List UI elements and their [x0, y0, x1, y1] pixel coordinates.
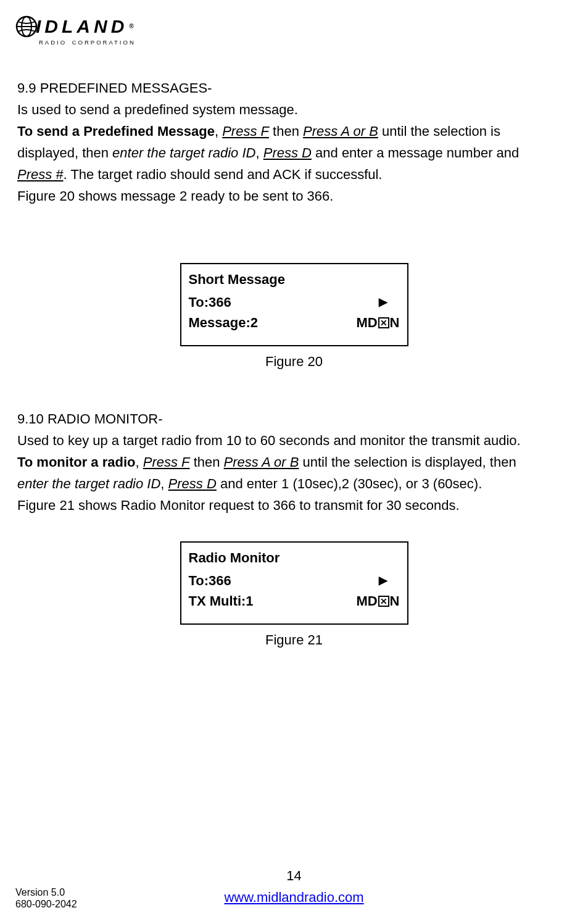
section-99-heading: 9.9 PREDEFINED MESSAGES-: [17, 78, 571, 98]
n-text: N: [390, 591, 400, 611]
brand-logo: IDLAND ® RADIO CORPORATION: [15, 12, 573, 47]
doc-number: 680-090-2042: [15, 898, 77, 910]
registered-mark: ®: [129, 22, 137, 31]
s99-line4: Press #. The target radio should send an…: [17, 164, 571, 185]
s99-line2: To send a Predefined Message, Press F th…: [17, 121, 571, 141]
main-content: 9.9 PREDEFINED MESSAGES- Is used to send…: [15, 78, 573, 650]
display-mdxn: MD✕N: [356, 312, 399, 333]
s99-line1: Is used to send a predefined system mess…: [17, 99, 571, 120]
display-to: To:366: [189, 292, 231, 312]
s910-line2: To monitor a radio, Press F then Press A…: [17, 452, 571, 472]
s910-line1: Used to key up a target radio from 10 to…: [17, 430, 571, 451]
text: ,: [255, 145, 263, 160]
display-row: Message:2 MD✕N: [189, 312, 400, 333]
globe-icon: [15, 15, 38, 38]
display-row: To:366 ▶: [189, 292, 400, 312]
text: . The target radio should send and ACK i…: [64, 167, 383, 182]
logo-main: IDLAND ® RADIO CORPORATION: [15, 12, 138, 47]
x-box-icon: ✕: [378, 317, 389, 328]
logo-brand-text: IDLAND: [36, 12, 128, 40]
text: and enter 1 (10sec),2 (30sec), or 3 (60s…: [217, 476, 482, 491]
text: and enter a message number and: [312, 145, 519, 160]
x-box-icon: ✕: [378, 596, 389, 607]
play-icon: ▶: [379, 294, 387, 310]
text: ,: [135, 454, 143, 470]
version-text: Version 5.0: [15, 886, 77, 898]
display-title: Radio Monitor: [189, 548, 400, 568]
text: ,: [160, 476, 168, 491]
display-to: To:366: [189, 570, 231, 591]
play-icon: ▶: [379, 572, 387, 589]
display-row: TX Multi:1 MD✕N: [189, 591, 400, 611]
text: To send a Predefined Message: [17, 123, 215, 139]
text: until the selection is: [378, 123, 500, 139]
display-radio-monitor: Radio Monitor To:366 ▶ TX Multi:1 MD✕N: [180, 541, 408, 625]
display-short-message: Short Message To:366 ▶ Message:2 MD✕N: [180, 263, 408, 346]
n-text: N: [390, 312, 400, 333]
text: Press D: [168, 476, 217, 491]
figure-21-caption: Figure 21: [17, 630, 571, 650]
s910-line4: Figure 21 shows Radio Monitor request to…: [17, 495, 571, 515]
s99-line5: Figure 20 shows message 2 ready to be se…: [17, 186, 571, 206]
text: until the selection is displayed, then: [299, 454, 516, 470]
s99-line3: displayed, then enter the target radio I…: [17, 143, 571, 163]
text: enter the target radio ID: [17, 476, 160, 491]
md-text: MD: [356, 312, 377, 333]
website-link[interactable]: www.midlandradio.com: [224, 890, 363, 905]
version-block: Version 5.0 680-090-2042: [15, 886, 77, 910]
text: Press A or B: [303, 123, 378, 139]
page-number: 14: [0, 865, 588, 886]
text: Press F: [222, 123, 269, 139]
text: then: [190, 454, 224, 470]
text: Press F: [143, 454, 190, 470]
text: enter the target radio ID: [112, 145, 255, 160]
figure-20-caption: Figure 20: [17, 351, 571, 372]
section-910-heading: 9.10 RADIO MONITOR-: [17, 409, 571, 429]
display-row: To:366 ▶: [189, 570, 400, 591]
page-footer: 14 www.midlandradio.com: [0, 865, 588, 907]
text: Press #: [17, 167, 64, 182]
md-text: MD: [356, 591, 377, 611]
text: Press D: [263, 145, 312, 160]
display-mdxn: MD✕N: [356, 591, 399, 611]
text: To monitor a radio: [17, 454, 135, 470]
s910-line3: enter the target radio ID, Press D and e…: [17, 473, 571, 494]
logo-subtitle: RADIO CORPORATION: [39, 38, 138, 47]
text: displayed, then: [17, 145, 112, 160]
text: then: [269, 123, 303, 139]
display-txmulti: TX Multi:1: [189, 591, 254, 611]
logo-text: IDLAND ®: [15, 12, 138, 40]
display-message: Message:2: [189, 312, 259, 333]
text: Press A or B: [224, 454, 299, 470]
text: ,: [215, 123, 222, 139]
display-title: Short Message: [189, 269, 400, 290]
